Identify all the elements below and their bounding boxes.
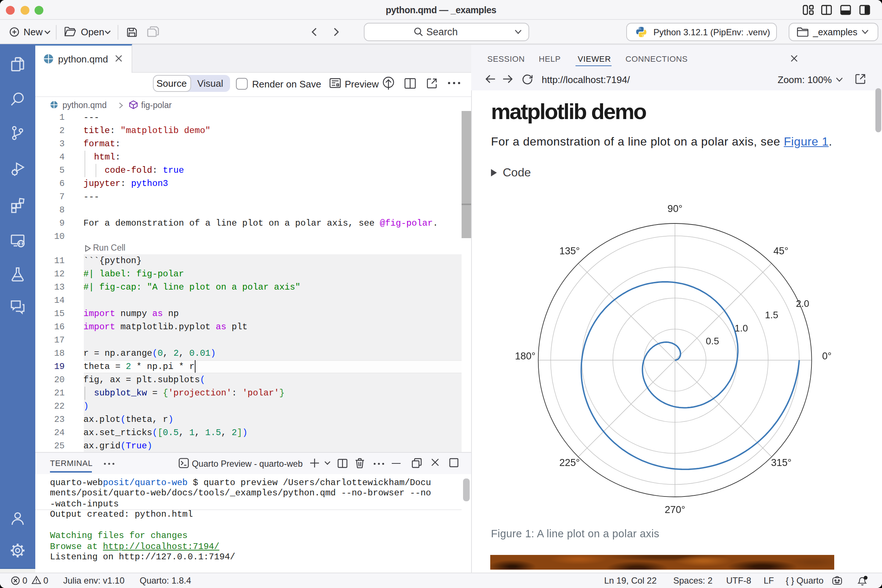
svg-text:1.0: 1.0 xyxy=(735,322,748,334)
svg-text:0.5: 0.5 xyxy=(706,336,719,346)
svg-text:135°: 135° xyxy=(560,246,580,256)
svg-text:315°: 315° xyxy=(771,457,792,468)
svg-text:90°: 90° xyxy=(668,203,682,214)
svg-text:45°: 45° xyxy=(774,246,789,256)
svg-text:180°: 180° xyxy=(515,351,536,362)
svg-text:1.5: 1.5 xyxy=(765,309,778,321)
svg-text:0°: 0° xyxy=(822,351,832,362)
svg-text:270°: 270° xyxy=(665,504,686,515)
svg-text:2.0: 2.0 xyxy=(796,298,809,309)
svg-text:225°: 225° xyxy=(560,457,580,468)
